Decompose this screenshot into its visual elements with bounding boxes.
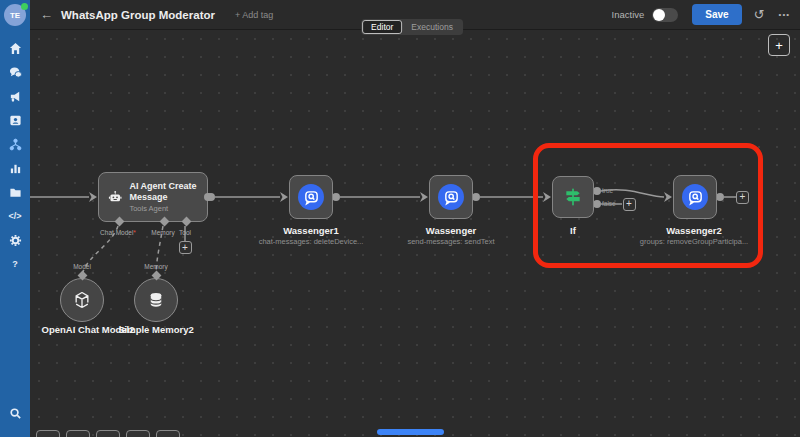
toggle-knob (653, 9, 665, 21)
tool-port-label: Tool (179, 229, 191, 236)
wassenger-name: Wassenger (426, 225, 476, 236)
tab-executions[interactable]: Executions (402, 20, 462, 34)
ai-agent-input-arrow (89, 192, 97, 202)
ai-agent-title: AI Agent Create Message (129, 181, 207, 203)
horizontal-scrollbar[interactable] (377, 429, 444, 435)
wassenger1-output-dot[interactable] (332, 193, 340, 201)
node-openai-chat-model[interactable] (60, 278, 104, 322)
user-avatar[interactable]: TE (4, 4, 26, 26)
ai-agent-output[interactable] (204, 193, 212, 201)
fit-view-button[interactable] (36, 430, 60, 437)
wassenger-icon (438, 184, 464, 210)
wassenger-icon (298, 184, 324, 210)
memory-port-label: Memory (151, 229, 174, 236)
wassenger1-input-arrow (280, 192, 288, 202)
back-button[interactable]: ← (40, 7, 53, 22)
workflow-canvas[interactable]: AI Agent Create Message Tools Agent Chat… (30, 30, 800, 437)
contact-card-icon[interactable] (0, 108, 30, 132)
database-icon (147, 291, 165, 309)
wassenger1-name: Wassenger1 (283, 225, 339, 236)
wassenger1-subtitle: chat-messages: deleteDevice... (259, 237, 364, 246)
sidebar: TE </> ? (0, 0, 30, 437)
home-icon[interactable] (0, 36, 30, 60)
search-icon[interactable] (0, 401, 30, 425)
robot-icon (108, 187, 122, 207)
save-button[interactable]: Save (692, 4, 741, 25)
model-port-label: Model (73, 263, 91, 270)
red-highlight-rectangle (533, 143, 763, 268)
add-tool-button[interactable]: + (179, 241, 192, 254)
online-status-dot (21, 3, 28, 10)
add-tag-button[interactable]: + Add tag (235, 10, 273, 20)
wassenger-output-dot[interactable] (472, 193, 480, 201)
ai-agent-subtitle: Tools Agent (129, 204, 207, 213)
node-ai-agent[interactable]: AI Agent Create Message Tools Agent (98, 172, 208, 222)
reset-zoom-button[interactable] (126, 430, 150, 437)
memory-sub-port-label: Memory (144, 263, 167, 270)
chat-model-port-label: Chat Model* (100, 229, 136, 236)
help-icon[interactable]: ? (0, 252, 30, 276)
chat-icon[interactable] (0, 60, 30, 84)
zoom-in-button[interactable] (66, 430, 90, 437)
openai-icon (72, 290, 92, 310)
history-icon[interactable]: ↺ (754, 7, 765, 22)
insights-chart-icon[interactable] (0, 156, 30, 180)
settings-gear-icon[interactable] (0, 228, 30, 252)
folder-icon[interactable] (0, 180, 30, 204)
activate-toggle[interactable] (652, 8, 678, 22)
zoom-out-button[interactable] (96, 430, 120, 437)
tab-editor[interactable]: Editor (362, 20, 402, 34)
add-node-button[interactable]: + (768, 34, 790, 56)
node-wassenger[interactable] (429, 175, 473, 219)
workflow-title[interactable]: WhatsApp Group Moderator (61, 9, 215, 21)
wassenger-subtitle: send-messages: sendText (407, 237, 494, 246)
more-menu-icon[interactable]: ••• (779, 10, 790, 19)
node-simple-memory[interactable] (134, 278, 178, 322)
wassenger-input-arrow (420, 192, 428, 202)
simple-memory-name: Simple Memory2 (118, 324, 194, 335)
view-tabs: Editor Executions (361, 19, 463, 35)
code-icon[interactable]: </> (0, 204, 30, 228)
undo-button[interactable] (156, 430, 180, 437)
workflows-icon[interactable] (0, 132, 30, 156)
node-wassenger1[interactable] (289, 175, 333, 219)
active-status-label: Inactive (612, 9, 645, 20)
megaphone-icon[interactable] (0, 84, 30, 108)
